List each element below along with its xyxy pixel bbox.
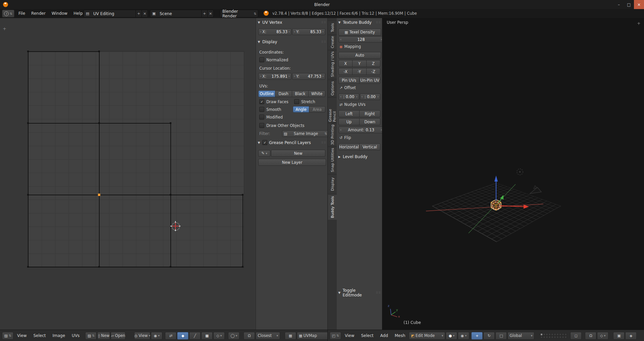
select-mode-face-button[interactable]: ■ — [201, 332, 213, 340]
region-expand-icon[interactable]: + — [3, 26, 6, 31]
select-mode-vertex-button[interactable]: ◆ — [177, 332, 189, 340]
panel-header-uv-vertex[interactable]: ▼ UV Vertex ⠿⠿ — [257, 19, 326, 25]
close-button[interactable]: × — [634, 0, 644, 9]
uv-sync-selection-button[interactable]: ⇄ — [165, 332, 176, 340]
uv-mode-black-button[interactable]: Black — [292, 90, 309, 97]
pivot-point-dropdown[interactable]: ◉ ▾ — [458, 332, 469, 340]
filter-dropdown[interactable]: ▨ Same Image ⇅ — [282, 130, 329, 137]
render-opengl-anim-button[interactable]: ◈ — [625, 332, 637, 340]
add-scene-button[interactable]: + — [201, 10, 207, 17]
menu-select[interactable]: Select — [358, 333, 376, 338]
menu-window[interactable]: Window — [49, 9, 70, 18]
step-right-icon[interactable]: › — [322, 75, 324, 78]
layer-cell[interactable] — [562, 336, 564, 338]
manipulator-translate-button[interactable]: + — [471, 332, 483, 340]
stretch-checkbox[interactable] — [294, 99, 299, 104]
draw-other-objects-option[interactable]: Draw Other Objects — [259, 123, 304, 128]
uv-edge[interactable] — [28, 267, 243, 267]
snap-toggle-button[interactable]: Ω — [585, 332, 596, 340]
uv-edge[interactable] — [243, 195, 243, 267]
layer-cell[interactable] — [559, 333, 561, 336]
uv-edge[interactable] — [28, 51, 100, 52]
3d-viewport[interactable]: User Persp + x y z (1) Cube — [382, 18, 644, 330]
render-engine-dropdown[interactable]: Blender Render ⇅ — [220, 10, 258, 17]
density-value-field[interactable]: ‹ 128 › — [338, 36, 384, 43]
panel-grip-icon[interactable]: ⠿⠿ — [376, 21, 381, 24]
axis-z-button[interactable]: Z — [366, 60, 380, 67]
uv-vertex-dot[interactable] — [242, 266, 244, 268]
uv-vertex-dot[interactable] — [27, 266, 29, 268]
layer-cell[interactable] — [565, 336, 567, 338]
step-right-icon[interactable]: › — [322, 30, 324, 33]
smooth-option[interactable]: Smooth — [259, 107, 281, 112]
tab-display[interactable]: Display — [328, 175, 337, 193]
angle-button[interactable]: Angle — [293, 106, 309, 113]
flip-horizontal-button[interactable]: Horizontal — [338, 143, 360, 150]
pin-uvs-button[interactable]: Pin UVs — [338, 77, 360, 84]
normalized-option[interactable]: Normalized — [259, 57, 288, 62]
snap-toggle-button[interactable]: Ω — [244, 332, 255, 340]
axis-nz-button[interactable]: -Z — [366, 68, 380, 75]
uv-vertex-dot[interactable] — [98, 51, 100, 52]
nudge-right-button[interactable]: Right — [359, 110, 380, 117]
menu-select[interactable]: Select — [30, 333, 49, 338]
draw-other-objects-checkbox[interactable] — [259, 123, 264, 128]
nudge-up-button[interactable]: Up — [338, 118, 360, 125]
modified-checkbox[interactable] — [259, 115, 264, 120]
axis-y-button[interactable]: Y — [352, 60, 366, 67]
layer-cell[interactable] — [559, 336, 561, 338]
select-mode-edge-button[interactable]: ╱ — [189, 332, 201, 340]
pivot-dropdown[interactable]: ◉ ▾ — [151, 332, 162, 340]
uv-edge[interactable] — [28, 51, 29, 267]
region-expand-icon[interactable]: + — [637, 21, 641, 26]
panel-grip-icon[interactable]: ⠿⠿ — [376, 291, 381, 294]
tab-buddy-tools[interactable]: Buddy Tools — [328, 194, 337, 220]
tab-snap-utilities[interactable]: Snap Utilities — [328, 147, 337, 173]
layer-cell[interactable] — [548, 333, 551, 336]
amount-slider[interactable]: ‹ Amount: 0.13 › — [338, 127, 384, 133]
menu-add[interactable]: Add — [377, 333, 391, 338]
tab-create[interactable]: Create — [328, 35, 337, 49]
sticky-selection-dropdown[interactable]: ◇ ▾ — [213, 332, 225, 340]
axis-x-button[interactable]: X — [338, 60, 353, 67]
scene-selector[interactable]: ▣ Scene + × — [150, 10, 214, 17]
proportional-editing-dropdown[interactable]: ◯ ▾ — [228, 332, 239, 340]
uv-vertex-y-field[interactable]: ‹ Y:85.33 › — [292, 28, 325, 35]
editor-type-button-3d[interactable]: ◰ ⇅ — [330, 332, 341, 340]
collapse-icon[interactable]: ▼ — [257, 21, 261, 24]
menu-mesh[interactable]: Mesh — [392, 333, 409, 338]
layer-cell[interactable] — [551, 333, 553, 336]
modified-option[interactable]: Modified — [259, 115, 283, 120]
collapse-icon[interactable]: ▼ — [257, 141, 261, 144]
panel-header-grease-pencil[interactable]: ▼ ✓ Grease Pencil Layers ⠿⠿ — [257, 139, 326, 146]
uv-map-icon-button[interactable]: ▦ — [285, 332, 296, 340]
grease-pencil-source-dropdown[interactable]: ✎ ▾ — [258, 150, 270, 157]
uv-vertex-dot[interactable] — [170, 194, 171, 196]
new-layer-button[interactable]: New Layer — [258, 159, 326, 166]
menu-image[interactable]: Image — [50, 333, 68, 338]
manipulator-scale-button[interactable]: □ — [495, 332, 507, 340]
add-screen-button[interactable]: + — [136, 10, 142, 17]
layer-cell[interactable] — [562, 333, 564, 336]
uv-edge[interactable] — [99, 51, 100, 267]
layer-cell[interactable] — [554, 336, 556, 338]
uv-editor-canvas[interactable]: + — [0, 18, 256, 330]
panel-header-texture-buddy[interactable]: ▼ Texture Buddy ⠿⠿ — [338, 19, 381, 25]
collapse-icon[interactable]: ▶ — [338, 155, 341, 158]
uv-image-space[interactable] — [28, 51, 244, 268]
image-open-button[interactable]: ▱ Open — [111, 332, 125, 340]
collapse-icon[interactable]: ▼ — [257, 40, 261, 44]
screen-layout-value[interactable]: UV Editing — [91, 11, 136, 16]
panel-grip-icon[interactable]: ⠿⠿ — [321, 141, 326, 144]
step-right-icon[interactable]: › — [377, 95, 379, 98]
flip-vertical-button[interactable]: Vertical — [359, 143, 380, 150]
layers-widget[interactable] — [540, 333, 567, 338]
axis-nx-button[interactable]: -X — [338, 68, 353, 75]
mode-dropdown[interactable]: ◩ Edit Mode ▾ — [409, 332, 445, 340]
editor-type-button-info[interactable]: i ⇅ — [2, 10, 14, 17]
delete-scene-button[interactable]: × — [207, 10, 213, 17]
uv-vertex-dot[interactable] — [27, 51, 29, 52]
lock-to-scene-button[interactable]: ◻ — [570, 332, 582, 340]
collapse-icon[interactable]: ▼ — [338, 291, 341, 294]
draw-faces-checkbox[interactable]: ✓ — [259, 99, 264, 104]
